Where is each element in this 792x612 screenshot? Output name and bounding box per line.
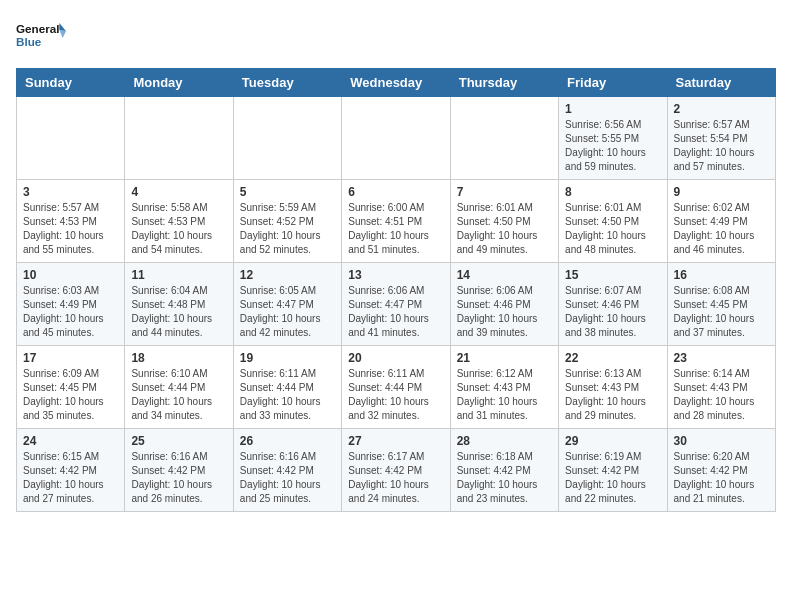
day-info: Sunrise: 6:01 AM Sunset: 4:50 PM Dayligh…	[457, 201, 552, 257]
calendar-cell: 21Sunrise: 6:12 AM Sunset: 4:43 PM Dayli…	[450, 346, 558, 429]
day-number: 23	[674, 351, 769, 365]
logo-svg: General Blue	[16, 16, 66, 60]
day-number: 22	[565, 351, 660, 365]
calendar-cell: 19Sunrise: 6:11 AM Sunset: 4:44 PM Dayli…	[233, 346, 341, 429]
calendar-body: 1Sunrise: 6:56 AM Sunset: 5:55 PM Daylig…	[17, 97, 776, 512]
day-number: 19	[240, 351, 335, 365]
day-number: 10	[23, 268, 118, 282]
weekday-header-thursday: Thursday	[450, 69, 558, 97]
day-info: Sunrise: 6:15 AM Sunset: 4:42 PM Dayligh…	[23, 450, 118, 506]
calendar-cell	[450, 97, 558, 180]
calendar-header: SundayMondayTuesdayWednesdayThursdayFrid…	[17, 69, 776, 97]
day-info: Sunrise: 6:11 AM Sunset: 4:44 PM Dayligh…	[348, 367, 443, 423]
day-number: 14	[457, 268, 552, 282]
calendar-cell: 25Sunrise: 6:16 AM Sunset: 4:42 PM Dayli…	[125, 429, 233, 512]
svg-text:Blue: Blue	[16, 35, 42, 48]
day-info: Sunrise: 6:16 AM Sunset: 4:42 PM Dayligh…	[240, 450, 335, 506]
day-info: Sunrise: 6:12 AM Sunset: 4:43 PM Dayligh…	[457, 367, 552, 423]
weekday-header-tuesday: Tuesday	[233, 69, 341, 97]
day-number: 1	[565, 102, 660, 116]
calendar-cell: 11Sunrise: 6:04 AM Sunset: 4:48 PM Dayli…	[125, 263, 233, 346]
day-number: 13	[348, 268, 443, 282]
day-info: Sunrise: 6:04 AM Sunset: 4:48 PM Dayligh…	[131, 284, 226, 340]
day-number: 24	[23, 434, 118, 448]
day-info: Sunrise: 6:08 AM Sunset: 4:45 PM Dayligh…	[674, 284, 769, 340]
day-info: Sunrise: 6:56 AM Sunset: 5:55 PM Dayligh…	[565, 118, 660, 174]
calendar-cell: 14Sunrise: 6:06 AM Sunset: 4:46 PM Dayli…	[450, 263, 558, 346]
calendar-cell	[233, 97, 341, 180]
day-info: Sunrise: 6:05 AM Sunset: 4:47 PM Dayligh…	[240, 284, 335, 340]
day-info: Sunrise: 5:57 AM Sunset: 4:53 PM Dayligh…	[23, 201, 118, 257]
calendar-cell: 28Sunrise: 6:18 AM Sunset: 4:42 PM Dayli…	[450, 429, 558, 512]
calendar-cell	[342, 97, 450, 180]
logo: General Blue	[16, 16, 66, 60]
day-number: 12	[240, 268, 335, 282]
day-number: 28	[457, 434, 552, 448]
day-info: Sunrise: 6:02 AM Sunset: 4:49 PM Dayligh…	[674, 201, 769, 257]
day-info: Sunrise: 6:20 AM Sunset: 4:42 PM Dayligh…	[674, 450, 769, 506]
calendar-week-row: 17Sunrise: 6:09 AM Sunset: 4:45 PM Dayli…	[17, 346, 776, 429]
calendar-cell	[125, 97, 233, 180]
svg-text:General: General	[16, 22, 59, 35]
day-number: 25	[131, 434, 226, 448]
day-number: 15	[565, 268, 660, 282]
day-info: Sunrise: 6:06 AM Sunset: 4:47 PM Dayligh…	[348, 284, 443, 340]
day-info: Sunrise: 6:01 AM Sunset: 4:50 PM Dayligh…	[565, 201, 660, 257]
calendar-cell: 4Sunrise: 5:58 AM Sunset: 4:53 PM Daylig…	[125, 180, 233, 263]
calendar-cell: 18Sunrise: 6:10 AM Sunset: 4:44 PM Dayli…	[125, 346, 233, 429]
day-number: 18	[131, 351, 226, 365]
day-info: Sunrise: 6:03 AM Sunset: 4:49 PM Dayligh…	[23, 284, 118, 340]
calendar-cell: 8Sunrise: 6:01 AM Sunset: 4:50 PM Daylig…	[559, 180, 667, 263]
day-number: 21	[457, 351, 552, 365]
weekday-header-monday: Monday	[125, 69, 233, 97]
calendar-cell: 27Sunrise: 6:17 AM Sunset: 4:42 PM Dayli…	[342, 429, 450, 512]
day-number: 20	[348, 351, 443, 365]
calendar-cell: 13Sunrise: 6:06 AM Sunset: 4:47 PM Dayli…	[342, 263, 450, 346]
page-header: General Blue	[16, 16, 776, 60]
day-number: 6	[348, 185, 443, 199]
day-number: 3	[23, 185, 118, 199]
day-number: 7	[457, 185, 552, 199]
day-info: Sunrise: 6:18 AM Sunset: 4:42 PM Dayligh…	[457, 450, 552, 506]
day-number: 17	[23, 351, 118, 365]
weekday-header-saturday: Saturday	[667, 69, 775, 97]
day-number: 2	[674, 102, 769, 116]
day-info: Sunrise: 5:58 AM Sunset: 4:53 PM Dayligh…	[131, 201, 226, 257]
calendar-cell: 5Sunrise: 5:59 AM Sunset: 4:52 PM Daylig…	[233, 180, 341, 263]
day-number: 11	[131, 268, 226, 282]
day-number: 26	[240, 434, 335, 448]
calendar-cell: 12Sunrise: 6:05 AM Sunset: 4:47 PM Dayli…	[233, 263, 341, 346]
calendar-cell: 26Sunrise: 6:16 AM Sunset: 4:42 PM Dayli…	[233, 429, 341, 512]
day-number: 29	[565, 434, 660, 448]
day-info: Sunrise: 6:06 AM Sunset: 4:46 PM Dayligh…	[457, 284, 552, 340]
calendar-cell: 29Sunrise: 6:19 AM Sunset: 4:42 PM Dayli…	[559, 429, 667, 512]
day-info: Sunrise: 6:17 AM Sunset: 4:42 PM Dayligh…	[348, 450, 443, 506]
day-number: 5	[240, 185, 335, 199]
day-info: Sunrise: 6:11 AM Sunset: 4:44 PM Dayligh…	[240, 367, 335, 423]
day-info: Sunrise: 6:13 AM Sunset: 4:43 PM Dayligh…	[565, 367, 660, 423]
day-info: Sunrise: 6:10 AM Sunset: 4:44 PM Dayligh…	[131, 367, 226, 423]
day-info: Sunrise: 6:19 AM Sunset: 4:42 PM Dayligh…	[565, 450, 660, 506]
calendar-cell: 22Sunrise: 6:13 AM Sunset: 4:43 PM Dayli…	[559, 346, 667, 429]
calendar-cell: 6Sunrise: 6:00 AM Sunset: 4:51 PM Daylig…	[342, 180, 450, 263]
calendar-cell: 10Sunrise: 6:03 AM Sunset: 4:49 PM Dayli…	[17, 263, 125, 346]
calendar-cell: 24Sunrise: 6:15 AM Sunset: 4:42 PM Dayli…	[17, 429, 125, 512]
calendar-table: SundayMondayTuesdayWednesdayThursdayFrid…	[16, 68, 776, 512]
calendar-cell: 20Sunrise: 6:11 AM Sunset: 4:44 PM Dayli…	[342, 346, 450, 429]
calendar-cell: 16Sunrise: 6:08 AM Sunset: 4:45 PM Dayli…	[667, 263, 775, 346]
calendar-cell: 30Sunrise: 6:20 AM Sunset: 4:42 PM Dayli…	[667, 429, 775, 512]
calendar-cell: 2Sunrise: 6:57 AM Sunset: 5:54 PM Daylig…	[667, 97, 775, 180]
day-number: 8	[565, 185, 660, 199]
calendar-week-row: 3Sunrise: 5:57 AM Sunset: 4:53 PM Daylig…	[17, 180, 776, 263]
calendar-cell: 9Sunrise: 6:02 AM Sunset: 4:49 PM Daylig…	[667, 180, 775, 263]
weekday-header-sunday: Sunday	[17, 69, 125, 97]
day-info: Sunrise: 6:09 AM Sunset: 4:45 PM Dayligh…	[23, 367, 118, 423]
weekday-header-row: SundayMondayTuesdayWednesdayThursdayFrid…	[17, 69, 776, 97]
weekday-header-wednesday: Wednesday	[342, 69, 450, 97]
day-number: 16	[674, 268, 769, 282]
day-number: 30	[674, 434, 769, 448]
calendar-week-row: 24Sunrise: 6:15 AM Sunset: 4:42 PM Dayli…	[17, 429, 776, 512]
day-number: 27	[348, 434, 443, 448]
day-number: 4	[131, 185, 226, 199]
day-info: Sunrise: 6:00 AM Sunset: 4:51 PM Dayligh…	[348, 201, 443, 257]
